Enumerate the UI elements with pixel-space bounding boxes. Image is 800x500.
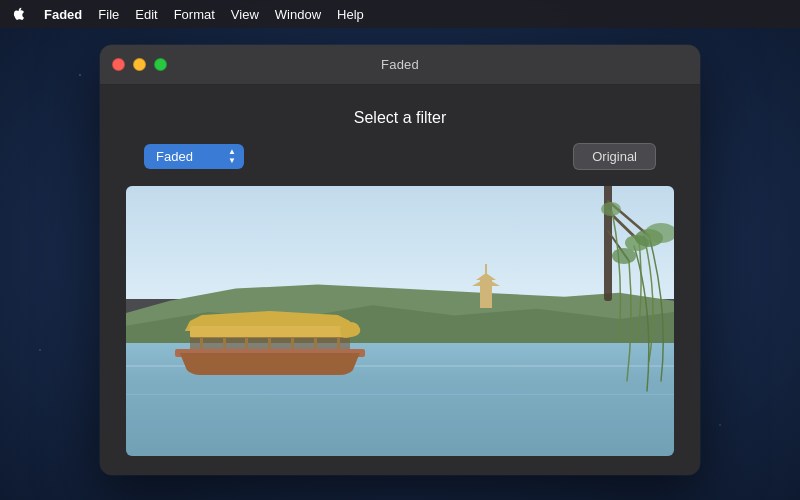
apple-icon [12,7,26,21]
filter-label: Select a filter [354,109,446,127]
apple-menu[interactable] [8,3,30,25]
svg-point-7 [612,248,636,264]
filter-select-wrapper: Faded Original Vivid Noir Warm Cool ▲ ▼ [144,144,244,169]
pagoda [466,263,506,308]
svg-point-8 [601,202,621,216]
original-button[interactable]: Original [573,143,656,170]
close-button[interactable] [112,58,125,71]
controls-row: Faded Original Vivid Noir Warm Cool ▲ ▼ … [124,143,676,170]
window-content: Select a filter Faded Original Vivid Noi… [100,85,700,475]
traffic-lights [112,58,167,71]
boat [170,295,370,375]
menubar-format[interactable]: Format [166,5,223,24]
maximize-button[interactable] [154,58,167,71]
menubar-app-name[interactable]: Faded [36,5,90,24]
willow-tree [549,186,674,456]
photo-scene [126,186,674,456]
pagoda-tower [480,278,492,308]
menubar-window[interactable]: Window [267,5,329,24]
menubar-view[interactable]: View [223,5,267,24]
window-title: Faded [381,57,419,72]
titlebar: Faded [100,45,700,85]
photo-container [126,186,674,456]
app-window: Faded Select a filter Faded Original Viv… [100,45,700,475]
menubar-edit[interactable]: Edit [127,5,165,24]
menubar: Faded File Edit Format View Window Help [0,0,800,28]
filter-select[interactable]: Faded Original Vivid Noir Warm Cool [144,144,244,169]
menubar-help[interactable]: Help [329,5,372,24]
menubar-file[interactable]: File [90,5,127,24]
boat-hull [180,353,360,375]
boat-roof-structure [190,311,350,351]
minimize-button[interactable] [133,58,146,71]
